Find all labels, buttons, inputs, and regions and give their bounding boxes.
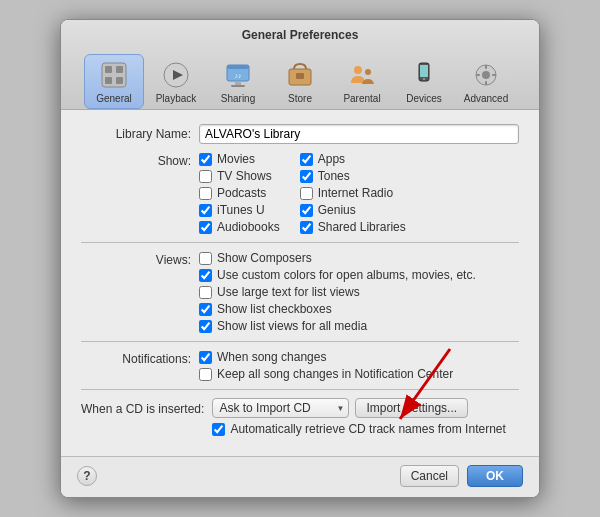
show-podcasts: Podcasts [199, 186, 280, 200]
divider-1 [81, 242, 519, 243]
podcasts-checkbox[interactable] [199, 187, 212, 200]
toolbar-item-playback[interactable]: Playback [146, 54, 206, 109]
advanced-label: Advanced [464, 93, 508, 104]
podcasts-label: Podcasts [217, 186, 266, 200]
svg-rect-10 [231, 85, 245, 87]
sharedlibraries-checkbox[interactable] [300, 221, 313, 234]
toolbar: General Playback [61, 50, 539, 109]
svg-rect-23 [485, 81, 487, 85]
svg-rect-8 [227, 65, 249, 69]
largetext-checkbox[interactable] [199, 286, 212, 299]
library-name-label: Library Name: [81, 127, 191, 141]
window-title: General Preferences [61, 28, 539, 42]
titlebar: General Preferences General [61, 20, 539, 110]
show-label: Show: [81, 152, 191, 168]
cancel-button[interactable]: Cancel [400, 465, 459, 487]
retrieve-cdnames-checkbox[interactable] [212, 423, 225, 436]
toolbar-item-general[interactable]: General [84, 54, 144, 109]
customcolors-checkbox[interactable] [199, 269, 212, 282]
cd-label: When a CD is inserted: [81, 398, 204, 416]
toolbar-item-devices[interactable]: Devices [394, 54, 454, 109]
cd-select[interactable]: Ask to Import CD Import CD Import CD and… [212, 398, 349, 418]
sharing-icon: ♪♪ [222, 59, 254, 91]
svg-rect-13 [296, 73, 304, 79]
cd-select-wrap: Ask to Import CD Import CD Import CD and… [212, 398, 349, 418]
svg-point-14 [354, 66, 362, 74]
svg-rect-24 [476, 74, 480, 76]
show-genius: Genius [300, 203, 406, 217]
show-sharedlibraries: Shared Libraries [300, 220, 406, 234]
internetradio-checkbox[interactable] [300, 187, 313, 200]
svg-point-15 [365, 69, 371, 75]
listcheckboxes-checkbox[interactable] [199, 303, 212, 316]
toolbar-item-store[interactable]: Store [270, 54, 330, 109]
customcolors-label: Use custom colors for open albums, movie… [217, 268, 476, 282]
svg-rect-25 [492, 74, 496, 76]
notif-songchanges: When song changes [199, 350, 453, 364]
cd-retrieve-checkbox-row: Automatically retrieve CD track names fr… [212, 422, 505, 436]
ok-button[interactable]: OK [467, 465, 523, 487]
views-col: Show Composers Use custom colors for ope… [199, 251, 476, 333]
notifications-row: Notifications: When song changes Keep al… [81, 350, 519, 381]
cd-row: When a CD is inserted: Ask to Import CD … [81, 398, 519, 436]
general-label: General [96, 93, 132, 104]
svg-point-21 [482, 71, 490, 79]
svg-rect-19 [422, 81, 426, 82]
advanced-icon [470, 59, 502, 91]
composers-checkbox[interactable] [199, 252, 212, 265]
toolbar-item-advanced[interactable]: Advanced [456, 54, 516, 109]
genius-checkbox[interactable] [300, 204, 313, 217]
divider-2 [81, 341, 519, 342]
tvshows-checkbox[interactable] [199, 170, 212, 183]
store-icon [284, 59, 316, 91]
tones-label: Tones [318, 169, 350, 183]
itunesu-label: iTunes U [217, 203, 265, 217]
svg-rect-9 [235, 81, 241, 85]
notifications-label: Notifications: [81, 350, 191, 366]
preferences-window: General Preferences General [60, 19, 540, 498]
show-col1: Movies TV Shows Podcasts iTunes U [199, 152, 280, 234]
show-movies: Movies [199, 152, 280, 166]
listviewsallmedia-label: Show list views for all media [217, 319, 367, 333]
toolbar-item-sharing[interactable]: ♪♪ Sharing [208, 54, 268, 109]
parental-icon [346, 59, 378, 91]
general-icon [98, 59, 130, 91]
songchanges-checkbox[interactable] [199, 351, 212, 364]
svg-rect-1 [105, 66, 112, 73]
listviewsallmedia-checkbox[interactable] [199, 320, 212, 333]
show-apps: Apps [300, 152, 406, 166]
playback-label: Playback [156, 93, 197, 104]
help-button[interactable]: ? [77, 466, 97, 486]
tvshows-label: TV Shows [217, 169, 272, 183]
svg-rect-2 [116, 66, 123, 73]
itunesu-checkbox[interactable] [199, 204, 212, 217]
svg-rect-17 [420, 65, 428, 77]
show-col2: Apps Tones Internet Radio Genius [300, 152, 406, 234]
keepall-label: Keep all song changes in Notification Ce… [217, 367, 453, 381]
internetradio-label: Internet Radio [318, 186, 393, 200]
library-name-input[interactable] [199, 124, 519, 144]
show-itunesu: iTunes U [199, 203, 280, 217]
toolbar-item-parental[interactable]: Parental [332, 54, 392, 109]
apps-checkbox[interactable] [300, 153, 313, 166]
help-icon: ? [83, 469, 90, 483]
view-largetext: Use large text for list views [199, 285, 476, 299]
view-composers: Show Composers [199, 251, 476, 265]
listcheckboxes-label: Show list checkboxes [217, 302, 332, 316]
show-internetradio: Internet Radio [300, 186, 406, 200]
store-label: Store [288, 93, 312, 104]
movies-checkbox[interactable] [199, 153, 212, 166]
retrieve-cdnames-label: Automatically retrieve CD track names fr… [230, 422, 505, 436]
audiobooks-checkbox[interactable] [199, 221, 212, 234]
devices-label: Devices [406, 93, 442, 104]
import-settings-button[interactable]: Import Settings... [355, 398, 468, 418]
notif-keepall: Keep all song changes in Notification Ce… [199, 367, 453, 381]
library-name-row: Library Name: [81, 124, 519, 144]
composers-label: Show Composers [217, 251, 312, 265]
svg-rect-22 [485, 65, 487, 69]
divider-3 [81, 389, 519, 390]
show-audiobooks: Audiobooks [199, 220, 280, 234]
songchanges-label: When song changes [217, 350, 326, 364]
keepall-checkbox[interactable] [199, 368, 212, 381]
tones-checkbox[interactable] [300, 170, 313, 183]
